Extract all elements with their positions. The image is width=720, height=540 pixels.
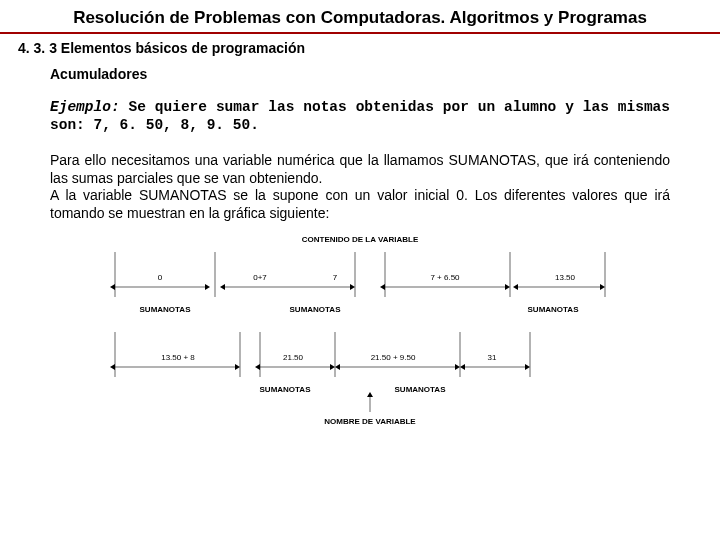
- r2b-left: 21.50: [283, 353, 304, 362]
- accumulator-diagram: CONTENIDO DE LA VARIABLE 0 0+7 7 7 + 6.5…: [50, 232, 670, 442]
- r2-name1: SUMANOTAS: [260, 385, 312, 394]
- svg-marker-7: [110, 284, 115, 290]
- svg-marker-5: [205, 284, 210, 290]
- heading-acumuladores: Acumuladores: [50, 66, 670, 82]
- svg-marker-16: [380, 284, 385, 290]
- r1-left: 0: [158, 273, 163, 282]
- r1-right: 7: [333, 273, 338, 282]
- r2a-mid: 13.50 + 8: [161, 353, 195, 362]
- svg-marker-31: [330, 364, 335, 370]
- example-text: Se quiere sumar las notas obtenidas por …: [50, 99, 670, 133]
- content-area: Acumuladores Ejemplo: Se quiere sumar la…: [0, 62, 720, 442]
- svg-marker-37: [367, 392, 373, 397]
- svg-marker-6: [220, 284, 225, 290]
- diagram-footer: NOMBRE DE VARIABLE: [324, 417, 416, 426]
- svg-marker-14: [505, 284, 510, 290]
- slide-title: Resolución de Problemas con Computadoras…: [0, 0, 720, 34]
- r1b-mid: 7 + 6.50: [430, 273, 460, 282]
- r2b-mid: 21.50 + 9.50: [371, 353, 416, 362]
- svg-marker-33: [455, 364, 460, 370]
- r1-mid: 0+7: [253, 273, 267, 282]
- svg-marker-30: [255, 364, 260, 370]
- r1-name3: SUMANOTAS: [528, 305, 580, 314]
- svg-marker-17: [600, 284, 605, 290]
- svg-marker-21: [235, 364, 240, 370]
- r2-name2: SUMANOTAS: [395, 385, 447, 394]
- paragraph-text: Para ello necesitamos una variable numér…: [50, 152, 670, 222]
- r1-name1: SUMANOTAS: [140, 305, 192, 314]
- svg-marker-34: [460, 364, 465, 370]
- example-label: Ejemplo:: [50, 99, 120, 115]
- r2b-right: 31: [488, 353, 497, 362]
- r1-name2: SUMANOTAS: [290, 305, 342, 314]
- section-number: 4. 3. 3 Elementos básicos de programació…: [0, 34, 720, 62]
- svg-marker-32: [335, 364, 340, 370]
- diagram-header: CONTENIDO DE LA VARIABLE: [302, 235, 419, 244]
- svg-marker-8: [350, 284, 355, 290]
- example-block: Ejemplo: Se quiere sumar las notas obten…: [50, 98, 670, 134]
- r1b-right: 13.50: [555, 273, 576, 282]
- svg-marker-15: [513, 284, 518, 290]
- svg-marker-22: [110, 364, 115, 370]
- svg-marker-35: [525, 364, 530, 370]
